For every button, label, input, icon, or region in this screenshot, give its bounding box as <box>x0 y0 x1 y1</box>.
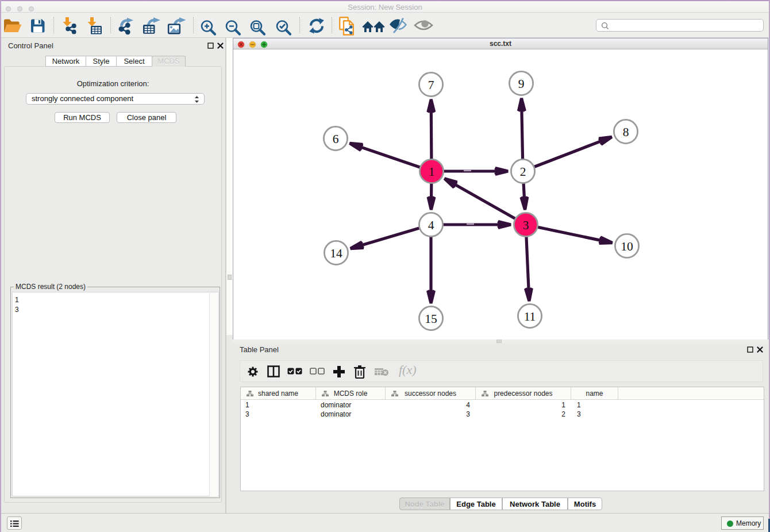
svg-text:6: 6 <box>333 132 339 146</box>
svg-text:9: 9 <box>518 77 525 91</box>
svg-text:10: 10 <box>621 240 633 253</box>
svg-text:3: 3 <box>523 218 529 232</box>
svg-text:11: 11 <box>524 310 536 323</box>
svg-text:15: 15 <box>425 312 437 326</box>
svg-text:14: 14 <box>330 246 342 260</box>
svg-text:4: 4 <box>428 218 434 232</box>
svg-text:8: 8 <box>623 125 629 139</box>
svg-text:1: 1 <box>429 165 435 179</box>
svg-text:7: 7 <box>428 78 434 92</box>
svg-text:2: 2 <box>520 165 526 179</box>
